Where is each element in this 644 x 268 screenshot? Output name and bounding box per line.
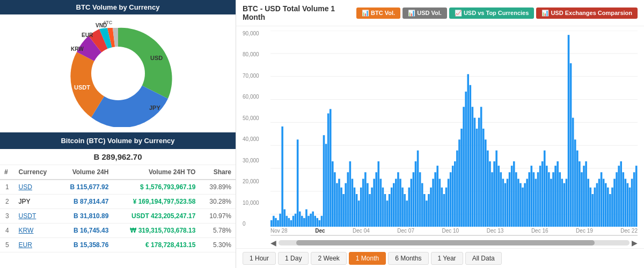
scroll-right-icon[interactable]: ▶ — [632, 239, 638, 247]
bar — [576, 151, 579, 227]
bar — [452, 166, 454, 227]
bar — [295, 214, 297, 227]
bar — [369, 194, 371, 227]
y-label-70k: 70,000 — [243, 73, 270, 79]
bar — [554, 166, 557, 227]
bar — [546, 166, 548, 227]
col-vol24h-to: Volume 24H TO — [113, 165, 200, 180]
y-label-30k: 30,000 — [243, 158, 270, 163]
bar — [426, 200, 428, 227]
bar — [458, 139, 460, 227]
bar — [303, 218, 305, 227]
time-btn-1hour[interactable]: 1 Hour — [243, 252, 276, 265]
cell-currency[interactable]: EUR — [14, 238, 58, 252]
bar — [358, 200, 360, 227]
bar — [448, 179, 450, 227]
time-controls: 1 Hour 1 Day 2 Week 1 Month 6 Months 1 Y… — [236, 248, 644, 268]
bar — [613, 179, 616, 227]
bar — [465, 92, 467, 227]
bar — [360, 188, 362, 227]
bar — [384, 194, 386, 227]
bar — [395, 179, 397, 227]
bar — [635, 166, 638, 227]
cell-vol24h: B 15,358.76 — [57, 238, 113, 252]
time-btn-1year[interactable]: 1 Year — [431, 252, 463, 265]
y-label-60k: 60,000 — [243, 94, 270, 100]
cell-rank: 4 — [0, 224, 14, 238]
bar — [299, 212, 301, 227]
bar — [511, 166, 513, 227]
x-label-dec10: Dec 10 — [442, 228, 459, 237]
bar — [415, 161, 417, 227]
scroll-left-icon[interactable]: ◀ — [270, 239, 276, 247]
time-btn-2week[interactable]: 2 Week — [311, 252, 346, 265]
bar — [297, 139, 299, 227]
bar — [561, 179, 564, 227]
bar — [340, 188, 342, 227]
bar — [517, 179, 519, 227]
bar — [404, 194, 406, 227]
bar — [399, 179, 401, 227]
scrollbar[interactable] — [279, 240, 630, 245]
time-btn-6months[interactable]: 6 Months — [388, 252, 428, 265]
bar — [611, 188, 613, 227]
bar — [627, 183, 629, 227]
y-label-10k: 10,000 — [243, 200, 270, 206]
x-label-dec13: Dec 13 — [487, 228, 504, 237]
time-btn-alldata[interactable]: All Data — [465, 252, 502, 265]
bar — [460, 129, 463, 227]
bar — [454, 161, 456, 227]
y-label-80k: 80,000 — [243, 51, 270, 57]
btn-btc-vol[interactable]: 📊 BTC Vol. — [356, 8, 400, 19]
bar — [463, 107, 465, 227]
bar — [497, 166, 500, 227]
bar — [445, 188, 448, 227]
time-btn-1day[interactable]: 1 Day — [278, 252, 309, 265]
bar — [323, 135, 325, 227]
table-row: 4 KRW B 16,745.43 ₩ 319,315,703,678.13 5… — [0, 224, 236, 238]
bar — [423, 194, 426, 227]
time-btn-1month[interactable]: 1 Month — [349, 252, 386, 265]
bar — [509, 172, 511, 227]
col-rank: # — [0, 165, 14, 180]
cell-currency: JPY — [14, 195, 58, 209]
bar — [522, 188, 524, 227]
btn-usd-exchanges[interactable]: 📊 USD Exchanges Comparsion — [536, 8, 638, 19]
bar — [603, 179, 605, 227]
bar — [478, 118, 480, 227]
bar — [526, 179, 528, 227]
cell-currency[interactable]: USD — [14, 180, 58, 195]
bar — [533, 172, 535, 227]
table-title: Bitcoin (BTC) Volume by Currency — [0, 132, 236, 149]
bar — [391, 188, 393, 227]
bar — [288, 218, 290, 227]
bar — [397, 172, 399, 227]
bar — [310, 214, 312, 227]
cell-currency[interactable]: USDT — [14, 209, 58, 224]
left-panel: BTC Volume by Currency USD JPY U — [0, 0, 236, 268]
bar — [495, 151, 497, 227]
btn-usd-vs-top[interactable]: 📈 USD vs Top Currencies — [449, 8, 535, 19]
bar — [618, 166, 620, 227]
btn-usd-vol[interactable]: 📊 USD Vol. — [402, 8, 447, 19]
cell-share: 30.28% — [200, 195, 236, 209]
scrollbar-handle[interactable] — [296, 240, 595, 245]
cell-vol24h: B 87,814.47 — [57, 195, 113, 209]
bar — [456, 151, 458, 227]
table-row: 2 JPY B 87,814.47 ¥ 169,194,797,523.58 3… — [0, 195, 236, 209]
x-label-dec04: Dec 04 — [353, 228, 370, 237]
y-label-90k: 90,000 — [243, 31, 270, 36]
label-usdt: USDT — [74, 84, 90, 91]
bar — [470, 85, 472, 227]
bar — [354, 188, 356, 227]
bar — [531, 166, 533, 227]
bar — [507, 179, 509, 227]
bar — [347, 172, 349, 227]
cell-vol24h: B 115,677.92 — [57, 180, 113, 195]
bar — [312, 212, 314, 227]
bar — [336, 183, 338, 227]
bar — [270, 220, 273, 227]
cell-currency[interactable]: KRW — [14, 224, 58, 238]
bar — [594, 188, 596, 227]
bar — [625, 179, 627, 227]
